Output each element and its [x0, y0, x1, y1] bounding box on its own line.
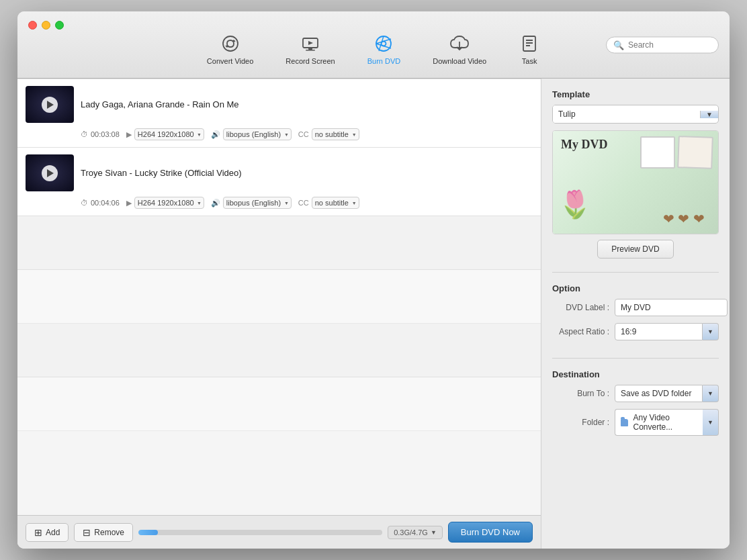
burn-to-select-wrapper: Save as DVD folder Burn to disc ▼: [615, 385, 719, 402]
burn-to-select[interactable]: Save as DVD folder Burn to disc: [615, 385, 703, 402]
codec-select-wrapper-2[interactable]: H264 1920x1080: [134, 197, 204, 209]
tulip-decoration: 🌷: [558, 189, 592, 220]
audio-select-2[interactable]: libopus (English): [223, 197, 292, 209]
titlebar: Convert Video Record Screen: [17, 11, 730, 79]
toolbar-task[interactable]: Task: [502, 28, 556, 71]
folder-label: Folder :: [552, 418, 609, 427]
photo-frames: [640, 136, 713, 169]
audio-2: 🔊 libopus (English): [211, 197, 292, 209]
burn-to-row: Burn To : Save as DVD folder Burn to dis…: [552, 385, 719, 402]
video-thumb-2[interactable]: [26, 154, 74, 191]
codec-2: ▶ H264 1920x1080: [126, 197, 204, 209]
destination-section-title: Destination: [552, 369, 719, 379]
subtitle-1: CC no subtitle: [298, 128, 359, 140]
burn-to-label: Burn To :: [552, 389, 609, 398]
main-content: Lady Gaga, Ariana Grande - Rain On Me ⏱ …: [17, 79, 730, 549]
dvd-preview-title: My DVD: [561, 138, 608, 152]
template-select[interactable]: Tulip Flowers Classic Modern Simple: [553, 105, 700, 123]
video-meta-2: ⏱ 00:04:06 ▶ H264 1920x1080: [81, 197, 533, 209]
burn-to-arrow[interactable]: ▼: [703, 385, 719, 402]
video-thumb-bg-1: [26, 86, 74, 123]
play-button-1[interactable]: [42, 97, 58, 113]
record-screen-label: Record Screen: [285, 57, 335, 65]
remove-icon: ⊟: [83, 527, 91, 538]
remove-label: Remove: [94, 528, 124, 537]
audio-select-wrapper-1[interactable]: libopus (English): [223, 128, 292, 140]
task-label: Task: [522, 57, 537, 65]
svg-rect-4: [306, 50, 315, 51]
close-button[interactable]: [28, 21, 37, 30]
codec-select-wrapper-1[interactable]: H264 1920x1080: [134, 128, 204, 140]
video-icon-1: ▶: [126, 130, 132, 139]
subtitle-select-2[interactable]: no subtitle: [312, 197, 359, 209]
audio-1: 🔊 libopus (English): [211, 128, 292, 140]
aspect-ratio-row: Aspect Ratio : 16:9 4:3 ▼: [552, 323, 719, 340]
toolbar-burn-dvd[interactable]: Burn DVD: [351, 28, 417, 71]
audio-select-wrapper-2[interactable]: libopus (English): [223, 197, 292, 209]
aspect-ratio-select[interactable]: 16:9 4:3: [615, 323, 703, 340]
toolbar-record-screen[interactable]: Record Screen: [269, 28, 351, 71]
burn-dvd-label: Burn DVD: [367, 57, 401, 65]
preview-dvd-button[interactable]: Preview DVD: [597, 240, 673, 259]
search-box[interactable]: 🔍: [606, 36, 719, 53]
toolbar-convert-video[interactable]: Convert Video: [191, 28, 270, 71]
left-panel: Lady Gaga, Ariana Grande - Rain On Me ⏱ …: [17, 79, 541, 549]
duration-value-1: 00:03:08: [91, 130, 120, 138]
convert-video-label: Convert Video: [207, 57, 254, 65]
search-input[interactable]: [628, 40, 711, 50]
video-meta-1: ⏱ 00:03:08 ▶ H264 1920x1080: [81, 128, 533, 140]
add-icon: ⊞: [34, 527, 42, 538]
dvd-label-input[interactable]: [615, 299, 728, 316]
folder-row: Folder : Any Video Converte... ▼: [552, 409, 719, 436]
subtitle-2: CC no subtitle: [298, 197, 359, 209]
video-item-2: Troye Sivan - Lucky Strike (Official Vid…: [17, 148, 541, 216]
subtitle-icon-1: CC: [298, 130, 309, 138]
task-icon: [519, 33, 540, 54]
subtitle-select-1[interactable]: no subtitle: [312, 128, 359, 140]
minimize-button[interactable]: [42, 21, 50, 30]
toolbar-download-video[interactable]: Download Video: [416, 28, 502, 71]
storage-value: 0.3G/4.7G: [394, 528, 428, 536]
svg-rect-11: [523, 36, 535, 51]
storage-badge[interactable]: 0.3G/4.7G ▼: [388, 526, 443, 539]
svg-line-8: [376, 39, 391, 44]
template-dropdown-arrow[interactable]: ▼: [700, 111, 718, 118]
codec-select-1[interactable]: H264 1920x1080: [134, 128, 204, 140]
video-thumb-bg-2: [26, 154, 74, 191]
destination-section: Destination Burn To : Save as DVD folder…: [552, 369, 719, 442]
folder-icon: [621, 419, 628, 426]
aspect-ratio-label: Aspect Ratio :: [552, 327, 609, 336]
photo-frame-2: [677, 136, 713, 169]
maximize-button[interactable]: [55, 21, 64, 30]
subtitle-select-wrapper-1[interactable]: no subtitle: [312, 128, 359, 140]
aspect-ratio-select-wrapper: 16:9 4:3 ▼: [615, 323, 719, 340]
aspect-ratio-arrow[interactable]: ▼: [703, 323, 719, 340]
template-section-title: Template: [552, 89, 719, 99]
play-button-2[interactable]: [42, 165, 58, 181]
folder-select[interactable]: Any Video Converte...: [615, 409, 703, 436]
svg-marker-2: [308, 41, 313, 45]
duration-value-2: 00:04:06: [91, 199, 120, 207]
folder-arrow[interactable]: ▼: [703, 409, 719, 436]
toolbar: Convert Video Record Screen: [191, 28, 556, 71]
audio-select-1[interactable]: libopus (English): [223, 128, 292, 140]
template-dropdown[interactable]: Tulip Flowers Classic Modern Simple ▼: [552, 105, 719, 124]
subtitle-icon-2: CC: [298, 199, 309, 207]
audio-icon-1: 🔊: [211, 130, 220, 139]
codec-select-2[interactable]: H264 1920x1080: [134, 197, 204, 209]
burn-dvd-now-button[interactable]: Burn DVD Now: [448, 522, 533, 543]
dvd-label-label: DVD Label :: [552, 303, 609, 312]
add-button[interactable]: ⊞ Add: [26, 523, 69, 542]
dvd-label-row: DVD Label :: [552, 299, 719, 316]
template-preview-inner: My DVD 🌷 ❤ ❤ ❤: [553, 131, 718, 234]
template-preview: My DVD 🌷 ❤ ❤ ❤: [552, 130, 719, 234]
video-title-2: Troye Sivan - Lucky Strike (Official Vid…: [81, 168, 242, 178]
subtitle-select-wrapper-2[interactable]: no subtitle: [312, 197, 359, 209]
burn-dvd-now-label: Burn DVD Now: [461, 527, 520, 537]
play-triangle-1: [47, 101, 54, 109]
video-icon-2: ▶: [126, 199, 132, 207]
remove-button[interactable]: ⊟ Remove: [74, 523, 133, 542]
empty-area-2: [17, 270, 541, 324]
duration-2: ⏱ 00:04:06: [81, 199, 120, 207]
video-thumb-1[interactable]: [26, 86, 74, 123]
